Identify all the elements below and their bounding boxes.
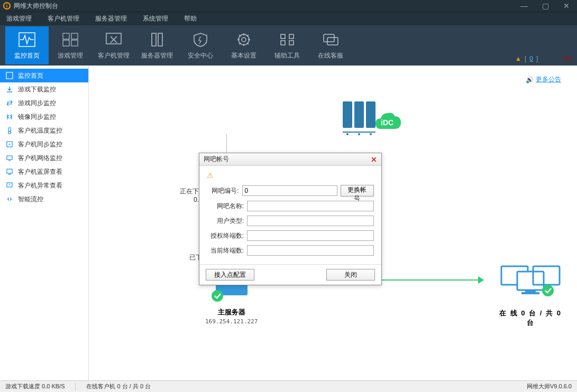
tool-label: 客户机管理	[98, 51, 130, 60]
svg-rect-13	[289, 41, 294, 45]
sidebar-item-monitor-home[interactable]: 监控首页	[0, 69, 88, 82]
svg-rect-21	[7, 169, 12, 173]
maximize-button[interactable]: ▢	[535, 0, 556, 12]
close-button[interactable]: 关闭	[326, 269, 375, 281]
server-ip: 169.254.121.227	[205, 318, 258, 325]
field-label-curr: 当前终端数:	[207, 246, 244, 255]
sidebar-item-mirror-sync[interactable]: 镜像同步监控	[0, 110, 88, 124]
shield-icon	[192, 31, 209, 48]
user-type-input[interactable]	[247, 216, 374, 226]
sidebar-item-game-sync[interactable]: 游戏同步监控	[0, 96, 88, 110]
menu-client[interactable]: 客户机管理	[48, 14, 79, 23]
tool-security[interactable]: 安全中心	[179, 26, 222, 64]
sidebar-item-client-error[interactable]: 客户机异常查看	[0, 179, 88, 192]
svg-point-27	[346, 133, 349, 135]
error-icon	[5, 181, 14, 190]
tool-label: 基本设置	[231, 51, 257, 60]
tool-support[interactable]: 在线客服	[309, 26, 352, 64]
tool-label: 服务器管理	[141, 51, 173, 60]
app-title: 网维大师控制台	[14, 2, 58, 11]
sidebar-item-label: 游戏下载监控	[18, 85, 56, 94]
window-buttons: — ▢ ✕	[514, 0, 577, 12]
svg-rect-38	[525, 290, 536, 292]
tool-label: 辅助工具	[274, 51, 300, 60]
client-block: 在 线 0 台 / 共 0 台	[496, 261, 565, 328]
svg-rect-15	[327, 38, 338, 45]
svg-rect-4	[71, 40, 78, 46]
field-label-type: 用户类型:	[207, 217, 244, 226]
sidebar-item-flow-control[interactable]: 智能流控	[0, 192, 88, 206]
tool-settings[interactable]: 基本设置	[222, 26, 265, 64]
idc-badge-text: iDC	[381, 118, 393, 127]
sidebar-item-label: 镜像同步监控	[18, 113, 56, 122]
menu-server[interactable]: 服务器管理	[95, 14, 127, 23]
minimize-button[interactable]: —	[514, 0, 535, 12]
status-version: 网维大师V9.0.6.0	[527, 382, 572, 390]
svg-rect-11	[289, 34, 294, 39]
svg-rect-17	[8, 127, 11, 132]
access-point-config-button[interactable]: 接入点配置	[206, 269, 254, 281]
status-online-clients: 在线客户机 0 台 / 共 0 台	[86, 382, 151, 390]
flow-icon	[5, 195, 14, 203]
status-count-link[interactable]: 0	[529, 55, 533, 62]
current-terminals-input[interactable]	[247, 245, 374, 256]
menu-help[interactable]: 帮助	[184, 14, 197, 23]
menu-system[interactable]: 系统管理	[143, 14, 168, 23]
mirror-icon	[5, 113, 14, 121]
tool-label: 游戏管理	[58, 51, 83, 60]
netbar-id-input[interactable]	[242, 185, 337, 196]
tool-label: 安全中心	[188, 51, 213, 60]
activity-icon	[19, 31, 35, 48]
sidebar-item-label: 客户机异常查看	[18, 181, 62, 190]
svg-rect-12	[281, 41, 285, 45]
activity-icon	[5, 71, 14, 80]
tools-icon	[279, 31, 296, 48]
svg-point-34	[212, 290, 223, 302]
svg-point-28	[358, 133, 360, 135]
svg-rect-36	[517, 272, 544, 290]
sidebar-item-label: 监控首页	[18, 71, 43, 80]
menu-game[interactable]: 游戏管理	[6, 14, 32, 23]
sidebar-item-client-temp[interactable]: 客户机温度监控	[0, 124, 88, 137]
tool-monitor-home[interactable]: 监控首页	[5, 26, 49, 64]
tool-game-mgmt[interactable]: 游戏管理	[49, 26, 92, 64]
tool-client-mgmt[interactable]: 客户机管理	[92, 26, 135, 64]
sidebar-item-label: 客户机蓝屏查看	[18, 167, 62, 176]
sidebar-item-game-download[interactable]: 游戏下载监控	[0, 82, 88, 96]
tool-label: 监控首页	[14, 51, 40, 60]
field-label-id: 网吧编号:	[207, 186, 239, 195]
chat-icon	[322, 31, 339, 48]
dialog-titlebar[interactable]: 网吧帐号 ✕	[199, 153, 381, 166]
svg-point-29	[370, 133, 372, 135]
sidebar-item-client-network[interactable]: 客户机网络监控	[0, 151, 88, 165]
more-announcements-link[interactable]: 🔊 更多公告	[526, 75, 561, 84]
statusbar: 游戏下载速度 0.0 KB/S 在线客户机 0 台 / 共 0 台 网维大师V9…	[0, 380, 577, 392]
sidebar: 监控首页 游戏下载监控 游戏同步监控 镜像同步监控 客户机温度监控 客户机同步监…	[0, 66, 89, 380]
svg-rect-16	[6, 72, 13, 79]
vip-badge: VIP	[562, 55, 572, 62]
field-label-name: 网吧名称:	[207, 202, 244, 211]
speaker-icon: 🔊	[526, 76, 534, 83]
svg-rect-20	[7, 156, 12, 160]
sidebar-item-client-bluescreen[interactable]: 客户机蓝屏查看	[0, 165, 88, 179]
warning-icon: ⚠	[207, 171, 374, 180]
tool-aux-tools[interactable]: 辅助工具	[265, 26, 309, 64]
change-account-button[interactable]: 更换帐号	[341, 185, 374, 197]
sync2-icon	[5, 140, 14, 148]
close-button[interactable]: ✕	[556, 0, 577, 12]
svg-rect-24	[354, 101, 364, 128]
svg-rect-2	[71, 33, 78, 39]
netbar-name-input[interactable]	[247, 201, 374, 211]
toolbar: 监控首页 游戏管理 客户机管理 服务器管理 安全中心 基本设置 辅助工具 在线客…	[0, 25, 577, 66]
tool-server-mgmt[interactable]: 服务器管理	[135, 26, 179, 64]
svg-rect-6	[152, 33, 156, 46]
toolbar-status: ▲ [ 0 ] VIP	[515, 55, 572, 62]
sidebar-item-client-sync[interactable]: 客户机同步监控	[0, 137, 88, 151]
dialog-close-icon[interactable]: ✕	[371, 155, 377, 164]
wrench-icon	[105, 31, 122, 48]
auth-terminals-input[interactable]	[247, 230, 374, 241]
game-icon	[62, 31, 79, 48]
svg-point-9	[242, 38, 246, 42]
svg-rect-25	[366, 101, 375, 128]
network-icon	[5, 154, 14, 162]
